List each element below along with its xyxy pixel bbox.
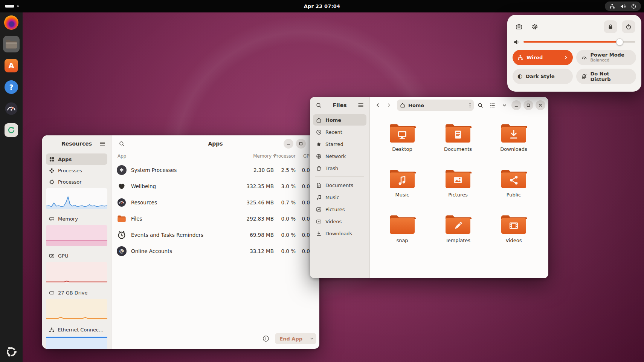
chevron-right-icon[interactable] — [564, 55, 568, 60]
folder-templates[interactable]: Templates — [430, 209, 486, 255]
files-icon — [5, 39, 18, 49]
files-sidebar-header[interactable]: Files — [310, 97, 369, 114]
hamburger-icon — [358, 103, 363, 107]
dock-item-firefox[interactable] — [3, 14, 20, 31]
maximize-button[interactable] — [296, 139, 306, 149]
resources-headerbar[interactable]: Apps — [111, 135, 319, 152]
sidebar-item-music[interactable]: Music — [313, 192, 366, 203]
folder-snap[interactable]: snap — [374, 209, 430, 255]
volume-slider[interactable] — [523, 38, 635, 45]
screenshot-button[interactable] — [513, 21, 525, 32]
dock-item-show-apps[interactable] — [3, 344, 20, 360]
table-row[interactable]: Files 292.83 MB 0.0 % 0.0 % — [111, 210, 319, 227]
dock-item-files[interactable] — [3, 36, 20, 52]
info-icon — [262, 335, 269, 342]
folder-documents[interactable]: Documents — [430, 118, 486, 164]
memory-value: 332.35 MB — [247, 183, 274, 189]
dock-item-software-updater[interactable] — [3, 122, 20, 138]
sidebar-item-ethernet[interactable]: Ethernet Connecti… — [46, 324, 107, 335]
table-row[interactable]: Events and Tasks Reminders 69.98 MB 0.0 … — [111, 227, 319, 243]
end-app-button[interactable]: End App — [275, 333, 316, 344]
folder-public[interactable]: Public — [486, 164, 542, 209]
back-button[interactable] — [373, 100, 383, 110]
software-updater-icon — [5, 123, 18, 137]
dock-item-resources[interactable] — [3, 100, 20, 117]
info-button[interactable] — [261, 334, 271, 344]
table-row[interactable]: @ Online Accounts 33.12 MB 0.0 % 0.0 % — [111, 243, 319, 259]
app-name: Files — [131, 216, 142, 222]
settings-button[interactable] — [529, 21, 540, 32]
maximize-button[interactable] — [523, 100, 533, 110]
files-window: Files Home Recent Starred Network — [310, 97, 548, 278]
menu-button[interactable] — [98, 139, 107, 149]
power-button[interactable] — [622, 20, 635, 33]
table-row[interactable]: Wellbeing 332.35 MB 3.0 % 0.0 % — [111, 178, 319, 194]
sidebar-item-label: Videos — [325, 219, 342, 224]
sidebar-item-documents[interactable]: Documents — [313, 179, 366, 191]
search-button[interactable] — [117, 139, 127, 149]
tile-sublabel: Balanced — [591, 58, 632, 63]
sidebar-search-button[interactable] — [314, 100, 324, 110]
folder-desktop[interactable]: Desktop — [374, 118, 430, 164]
table-row[interactable]: Resources 325.46 MB 0.7 % 0.0 % — [111, 194, 319, 210]
forward-button[interactable] — [384, 100, 394, 110]
column-memory[interactable]: Memory — [253, 153, 276, 159]
sidebar-item-downloads[interactable]: Downloads — [313, 228, 366, 239]
sidebar-item-starred[interactable]: Starred — [313, 138, 366, 150]
column-processor[interactable]: Processor — [274, 153, 296, 159]
resources-sidebar-header[interactable]: Resources — [42, 135, 111, 152]
files-toolbar[interactable]: Home — [370, 97, 548, 114]
list-view-button[interactable] — [487, 100, 497, 110]
sidebar-item-home[interactable]: Home — [313, 114, 366, 126]
dock-item-help[interactable]: ? — [3, 79, 20, 95]
system-tray-button[interactable] — [605, 2, 641, 11]
resources-gauge-icon — [4, 101, 18, 116]
sidebar-item-trash[interactable]: Trash — [313, 163, 366, 174]
minimize-button[interactable] — [511, 100, 521, 110]
sidebar-menu-button[interactable] — [356, 100, 366, 110]
sidebar-item-drive[interactable]: 27 GB Drive — [46, 287, 107, 298]
sidebar-item-videos[interactable]: Videos — [313, 216, 366, 227]
trash-icon — [316, 166, 322, 171]
kebab-menu-icon[interactable] — [469, 103, 471, 108]
events-reminders-icon — [117, 230, 127, 240]
do-not-disturb-tile[interactable]: Do Not Disturb — [576, 69, 636, 84]
sidebar-item-gpu[interactable]: GPU — [46, 250, 107, 261]
dock-item-app-center[interactable]: A — [3, 57, 20, 74]
sidebar-item-pictures[interactable]: Pictures — [313, 204, 366, 215]
folder-downloads[interactable]: Downloads — [486, 118, 542, 164]
sidebar-item-label: GPU — [58, 253, 68, 259]
sidebar-item-label: Ethernet Connecti… — [58, 327, 104, 333]
sidebar-item-apps[interactable]: Apps — [46, 153, 107, 165]
sidebar-item-recent[interactable]: Recent — [313, 126, 366, 138]
clock[interactable]: Apr 23 07:04 — [304, 3, 340, 9]
power-mode-tile[interactable]: Power Mode Balanced — [576, 50, 636, 65]
location-bar[interactable]: Home — [397, 100, 474, 111]
wired-tile[interactable]: Wired — [513, 50, 573, 65]
lock-button[interactable] — [604, 20, 617, 33]
folder-pictures[interactable]: Pictures — [430, 164, 486, 209]
search-button[interactable] — [475, 100, 485, 110]
column-app[interactable]: App — [118, 153, 126, 159]
folder-videos[interactable]: Videos — [486, 209, 542, 255]
sidebar-item-processor[interactable]: Processor — [46, 176, 107, 187]
view-options-button[interactable] — [499, 100, 509, 110]
activities-indicator[interactable] — [5, 0, 19, 12]
star-icon — [316, 141, 322, 147]
sidebar-item-processes[interactable]: Processes — [46, 165, 107, 176]
ethernet-chart — [46, 336, 107, 349]
sidebar-item-network[interactable]: Network — [313, 150, 366, 162]
download-icon — [316, 231, 322, 236]
folder-music[interactable]: Music — [374, 164, 430, 209]
folder-label: Downloads — [500, 146, 527, 152]
slider-fill — [523, 41, 620, 43]
minimize-button[interactable] — [284, 139, 293, 149]
close-button[interactable] — [536, 100, 545, 110]
app-name: System Processes — [131, 167, 177, 173]
table-row[interactable]: System Processes 2.30 GB 2.5 % 0.0 % — [111, 162, 319, 178]
slider-knob[interactable] — [616, 38, 623, 46]
maximize-icon — [299, 142, 303, 146]
sidebar-item-memory[interactable]: Memory — [46, 213, 107, 224]
end-app-menu-button[interactable] — [307, 337, 316, 341]
dark-style-tile[interactable]: ◐ Dark Style — [513, 69, 573, 84]
